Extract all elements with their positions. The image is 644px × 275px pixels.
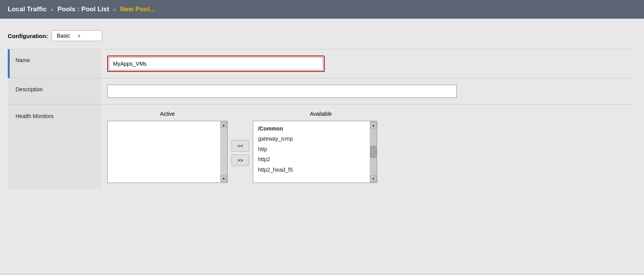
health-monitors-label: Health Monitors — [16, 113, 54, 119]
active-listbox[interactable]: ▲ ▼ — [107, 121, 228, 183]
breadcrumb-current: New Pool... — [120, 5, 155, 13]
configuration-select[interactable]: Basic ∨ — [52, 30, 102, 41]
available-scroll-thumb[interactable] — [370, 146, 376, 158]
health-monitors-cell: Active Available — [107, 111, 626, 183]
name-label: Name — [16, 57, 30, 63]
breadcrumb-chevron2: » — [113, 6, 116, 12]
main-content: Configuration: Basic ∨ Name Description — [0, 19, 644, 273]
active-listbox-scrollbar[interactable]: ▲ ▼ — [220, 121, 227, 183]
monitors-row: ▲ ▼ << >> — [107, 121, 626, 183]
description-label: Description — [16, 86, 43, 92]
transfer-buttons: << >> — [231, 140, 249, 166]
available-header: Available — [259, 111, 383, 117]
configuration-row: Configuration: Basic ∨ — [8, 30, 632, 41]
description-input[interactable] — [107, 85, 457, 98]
transfer-right-button[interactable]: >> — [231, 155, 249, 166]
form-table: Name Description Health Monitors — [8, 49, 632, 189]
scroll-down-icon: ▼ — [222, 177, 225, 181]
active-scroll-down-button[interactable]: ▼ — [221, 176, 227, 182]
name-input-wrapper — [107, 56, 325, 72]
scroll-up-icon: ▲ — [222, 124, 225, 127]
available-scrollbar[interactable]: ▲ ▼ — [370, 121, 377, 183]
available-list-item[interactable]: http2_head_f5 — [256, 165, 367, 175]
transfer-left-button[interactable]: << — [231, 140, 249, 151]
available-scroll-up-button[interactable]: ▲ — [370, 122, 376, 128]
active-scroll-up-button[interactable]: ▲ — [221, 122, 227, 128]
available-list-item[interactable]: /Common — [256, 124, 367, 134]
available-list-item[interactable]: http2 — [256, 154, 367, 164]
description-row: Description — [8, 78, 632, 104]
breadcrumb-part2: Pools : Pool List — [57, 5, 109, 13]
available-scroll-down-button[interactable]: ▼ — [370, 176, 376, 182]
health-monitors-row: Health Monitors Active Available — [8, 104, 632, 190]
name-input[interactable] — [109, 57, 323, 70]
available-listbox-inner: /Commongateway_icmphttphttp2http2_head_f… — [253, 121, 377, 177]
configuration-label: Configuration: — [8, 33, 48, 39]
available-list-item[interactable]: gateway_icmp — [256, 134, 367, 144]
breadcrumb-part1: Local Traffic — [8, 5, 47, 13]
scroll-down-icon: ▼ — [372, 177, 375, 181]
breadcrumb-bar: Local Traffic » Pools : Pool List » New … — [0, 0, 644, 19]
configuration-select-value: Basic — [57, 33, 70, 39]
available-list-item[interactable]: http — [256, 144, 367, 154]
chevron-down-icon: ∨ — [77, 33, 81, 38]
active-header: Active — [107, 111, 228, 117]
available-listbox[interactable]: /Commongateway_icmphttphttp2http2_head_f… — [253, 121, 377, 183]
scroll-up-icon: ▲ — [372, 124, 375, 127]
breadcrumb-chevron1: » — [50, 6, 54, 12]
name-row: Name — [8, 49, 632, 78]
